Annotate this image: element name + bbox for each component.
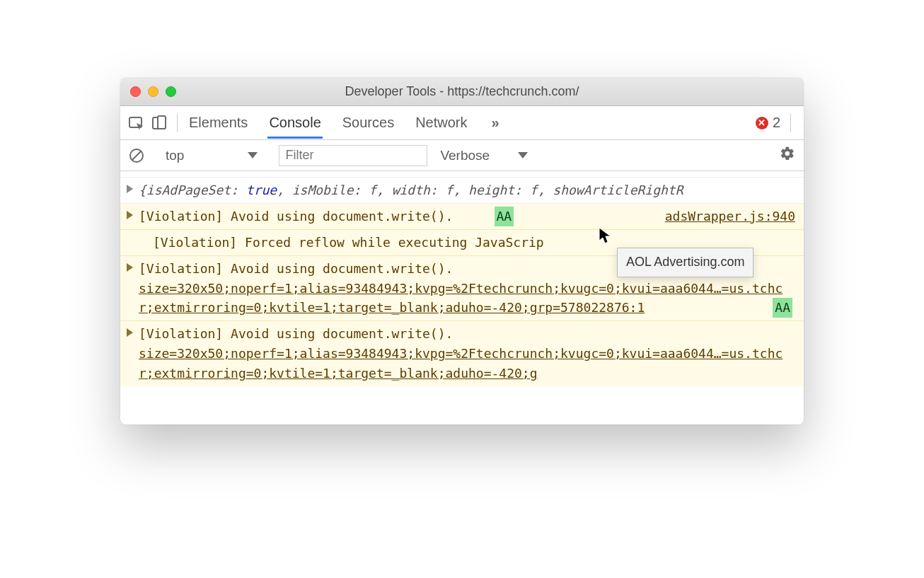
inspect-element-icon[interactable]	[129, 115, 146, 131]
titlebar: Developer Tools - https://techcrunch.com…	[120, 78, 804, 106]
expand-icon[interactable]	[127, 211, 133, 219]
console-output: (index):443 {isAdPageSet: true, isMobile…	[120, 171, 804, 424]
minimize-button[interactable]	[148, 86, 158, 97]
log-row-violation: adsWrapper.js:940 [Violation] Avoid usin…	[120, 204, 804, 230]
context-value: top	[166, 148, 184, 163]
expand-icon[interactable]	[127, 328, 133, 337]
log-text: {	[139, 183, 146, 197]
device-toggle-icon[interactable]	[151, 115, 167, 131]
log-text: f	[369, 183, 376, 197]
log-text: , showArticleRightR	[538, 183, 683, 197]
log-level-value: Verbose	[440, 148, 490, 163]
tab-network[interactable]: Network	[414, 108, 468, 138]
log-row: {isAdPageSet: true, isMobile: f, width: …	[120, 178, 804, 204]
log-text: [Violation] Forced reflow while executin…	[153, 235, 544, 250]
filter-input[interactable]	[279, 145, 427, 166]
log-text: isAdPageSet:	[146, 183, 238, 197]
source-link[interactable]: size=320x50;noperf=1;alias=93484943;kvpg…	[139, 346, 782, 381]
svg-rect-2	[158, 116, 166, 129]
error-count[interactable]: ✕ 2	[756, 115, 780, 131]
log-text: , isMobile:	[277, 183, 361, 197]
log-level-selector[interactable]: Verbose	[436, 146, 532, 165]
toolbar-divider	[177, 114, 178, 132]
source-link[interactable]: size=320x50;noperf=1;alias=93484943;kvpg…	[139, 281, 782, 316]
expand-icon[interactable]	[127, 185, 133, 193]
log-row-violation: [Violation] Avoid using document.write()…	[120, 321, 804, 386]
main-toolbar: Elements Console Sources Network » ✕ 2	[120, 106, 804, 140]
source-link[interactable]: adsWrapper.js:940	[665, 207, 795, 226]
panel-tabs: Elements Console Sources Network »	[187, 108, 497, 139]
context-selector[interactable]: top	[161, 146, 262, 165]
svg-line-4	[132, 151, 141, 160]
cursor-icon	[598, 226, 612, 250]
log-text: [Violation] Avoid using document.write()…	[139, 326, 453, 341]
log-text: f	[446, 183, 454, 197]
expand-icon[interactable]	[127, 263, 133, 272]
console-toolbar: top Verbose	[120, 140, 804, 171]
settings-icon[interactable]	[780, 146, 795, 166]
tab-sources[interactable]: Sources	[341, 108, 395, 138]
zoom-button[interactable]	[166, 86, 176, 97]
log-text: [Violation] Avoid using document.write()…	[139, 209, 453, 224]
log-row: (index):443	[120, 171, 804, 178]
traffic-lights	[120, 86, 176, 97]
tab-console[interactable]: Console	[267, 108, 322, 139]
window-title: Developer Tools - https://techcrunch.com…	[120, 84, 804, 99]
toolbar-divider	[790, 114, 791, 132]
log-text: [Violation] Avoid using document.write()…	[139, 261, 453, 276]
chevron-down-icon	[518, 152, 528, 158]
close-button[interactable]	[130, 86, 141, 97]
thirdparty-badge[interactable]: AA	[773, 298, 792, 318]
thirdparty-badge[interactable]: AA	[495, 207, 514, 226]
error-icon: ✕	[756, 117, 768, 129]
chevron-down-icon	[248, 152, 258, 158]
log-text: true	[246, 183, 277, 197]
log-text: , width:	[376, 183, 438, 197]
tabs-overflow-icon[interactable]: »	[492, 115, 497, 131]
clear-console-icon[interactable]	[129, 148, 144, 163]
badge-tooltip: AOL Advertising.com	[617, 248, 753, 277]
tab-elements[interactable]: Elements	[187, 108, 249, 138]
error-count-value: 2	[773, 115, 780, 131]
devtools-window: Developer Tools - https://techcrunch.com…	[120, 78, 804, 424]
log-text: f	[530, 183, 538, 197]
log-text: , height:	[453, 183, 522, 197]
